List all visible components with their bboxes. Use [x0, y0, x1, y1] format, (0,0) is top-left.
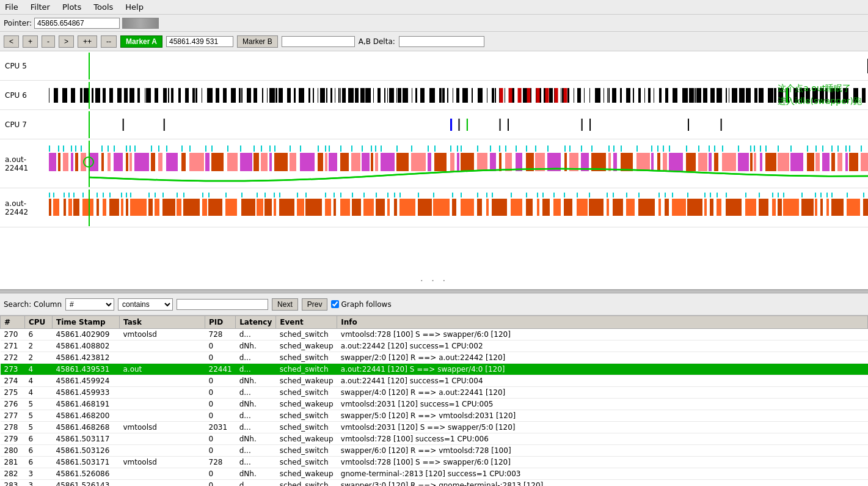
marker-b-button[interactable]: Marker B [237, 35, 278, 48]
graph-follows-label[interactable]: Graph follows [331, 300, 391, 309]
cell-lat: d... [236, 352, 276, 364]
cell-cpu: 6 [25, 329, 53, 341]
aout22441-canvas [49, 141, 868, 187]
col-header-num[interactable]: # [1, 316, 25, 329]
marker-a-input[interactable] [166, 36, 233, 47]
pointer-bar: Pointer: [0, 15, 868, 32]
table-row[interactable]: 274 4 45861.459924 0 dNh. sched_wakeup a… [1, 375, 868, 387]
table-row[interactable]: 276 5 45861.468191 0 dNh. sched_wakeup v… [1, 399, 868, 410]
pointer-label: Pointer: [4, 19, 32, 28]
cpu5-track: /* bars rendered inline below */ [49, 53, 868, 79]
col-header-pid[interactable]: PID [205, 316, 236, 329]
table-row[interactable]: 279 6 45861.503117 0 dNh. sched_wakeup v… [1, 433, 868, 445]
cell-event: sched_switch [276, 457, 337, 468]
cpu5-row: CPU 5 /* bars rendered inline below */ [0, 51, 868, 81]
nav-plus-button[interactable]: + [23, 35, 38, 48]
cell-info: vmtoolsd:728 [100] S ==> swapper/6:0 [12… [337, 457, 868, 468]
cpu6-label: CPU 6 [0, 91, 49, 100]
marker-b-input[interactable] [282, 36, 355, 47]
cpu7-label: CPU 7 [0, 120, 49, 129]
cell-ts: 45861.459933 [53, 387, 120, 399]
cpu6-row: CPU 6 [0, 81, 868, 110]
cell-ts: 45861.503126 [53, 445, 120, 457]
cell-info: swapper/2:0 [120] R ==> a.out:22442 [120… [337, 352, 868, 364]
col-header-lat[interactable]: Latency [236, 316, 276, 329]
cell-task [120, 410, 205, 422]
cell-num: 277 [1, 410, 25, 422]
cell-lat: d... [236, 329, 276, 341]
cell-num: 279 [1, 433, 25, 445]
col-header-event[interactable]: Event [276, 316, 337, 329]
cell-task: vmtoolsd [120, 422, 205, 433]
cell-ts: 45861.402909 [53, 329, 120, 341]
cell-num: 283 [1, 480, 25, 487]
cell-lat: dNh. [236, 341, 276, 352]
menu-file[interactable]: File [2, 2, 21, 12]
cpu5-svg: /* bars rendered inline below */ [49, 53, 868, 79]
filter-select[interactable]: contains equals starts with ends with [118, 298, 173, 311]
col-header-cpu[interactable]: CPU [25, 316, 53, 329]
col-header-task[interactable]: Task [120, 316, 205, 329]
nav-minusminus-button[interactable]: -- [101, 35, 117, 48]
table-row[interactable]: 278 5 45861.468268 vmtoolsd 2031 d... sc… [1, 422, 868, 433]
cell-task: vmtoolsd [120, 329, 205, 341]
table-row[interactable]: 275 4 45861.459933 0 d... sched_switch s… [1, 387, 868, 399]
cell-pid: 0 [205, 341, 236, 352]
search-prev-button[interactable]: Prev [302, 298, 328, 311]
cell-info: vmtoolsd:728 [100] S ==> swapper/6:0 [12… [337, 329, 868, 341]
cpu6-canvas [49, 82, 868, 109]
table-row[interactable]: 272 2 45861.423812 0 d... sched_switch s… [1, 352, 868, 364]
col-header-info[interactable]: Info [337, 316, 868, 329]
menu-plots[interactable]: Plots [60, 2, 84, 12]
pointer-input[interactable] [34, 18, 120, 29]
timeline-area: CPU 5 /* bars rendered inline below */ C… [0, 51, 868, 290]
table-row[interactable]: 270 6 45861.402909 vmtoolsd 728 d... sch… [1, 329, 868, 341]
cell-ts: 45861.503117 [53, 433, 120, 445]
pointer-slider[interactable] [122, 18, 159, 29]
table-row[interactable]: 280 6 45861.503126 0 d... sched_switch s… [1, 445, 868, 457]
cell-cpu: 5 [25, 422, 53, 433]
table-row[interactable]: 277 5 45861.468200 0 d... sched_switch s… [1, 410, 868, 422]
col-header-ts[interactable]: Time Stamp [53, 316, 120, 329]
cell-pid: 0 [205, 352, 236, 364]
cell-event: sched_switch [276, 422, 337, 433]
marker-a-button[interactable]: Marker A [120, 35, 162, 48]
cell-ts: 45861.526086 [53, 468, 120, 480]
annotation-line2: 进入idle(swapper)跑 [778, 95, 862, 108]
table-row[interactable]: 281 6 45861.503171 vmtoolsd 728 d... sch… [1, 457, 868, 468]
cell-cpu: 6 [25, 433, 53, 445]
cell-pid: 0 [205, 468, 236, 480]
table-row[interactable]: 283 3 45861.526143 0 d... sched_switch s… [1, 480, 868, 487]
cpu7-canvas [49, 111, 868, 138]
delta-input[interactable] [399, 36, 484, 47]
cell-pid: 728 [205, 457, 236, 468]
cell-lat: d... [236, 445, 276, 457]
table-row[interactable]: 271 2 45861.408802 0 dNh. sched_wakeup a… [1, 341, 868, 352]
table-container[interactable]: # CPU Time Stamp Task PID Latency Event … [0, 315, 868, 486]
cell-task [120, 433, 205, 445]
menu-tools[interactable]: Tools [91, 2, 115, 12]
cell-info: vmtoolsd:728 [100] success=1 CPU:006 [337, 433, 868, 445]
menu-help[interactable]: Help [123, 2, 146, 12]
cell-lat: dNh. [236, 433, 276, 445]
nav-plusplus-button[interactable]: ++ [78, 35, 97, 48]
search-next-button[interactable]: Next [272, 298, 298, 311]
aout22442-canvas [49, 190, 868, 226]
menu-filter[interactable]: Filter [28, 2, 53, 12]
table-row[interactable]: 282 3 45861.526086 0 dNh. sched_wakeup g… [1, 468, 868, 480]
cell-task [120, 480, 205, 487]
graph-follows-checkbox[interactable] [331, 300, 339, 308]
nav-prev-button[interactable]: < [4, 35, 19, 48]
cpu5-label: CPU 5 [0, 62, 49, 70]
cell-lat: d... [236, 480, 276, 487]
delta-label: A,B Delta: [359, 37, 395, 46]
cell-info: swapper/5:0 [120] R ==> vmtoolsd:2031 [1… [337, 410, 868, 422]
nav-minus-button[interactable]: - [42, 35, 55, 48]
nav-next-button[interactable]: > [59, 35, 74, 48]
cell-cpu: 6 [25, 457, 53, 468]
column-select[interactable]: # CPU Time Stamp Task PID Latency Event … [65, 298, 114, 311]
table-row[interactable]: 273 4 45861.439531 a.out 22441 d... sche… [1, 364, 868, 375]
cell-num: 278 [1, 422, 25, 433]
cell-pid: 0 [205, 480, 236, 487]
search-input[interactable] [177, 299, 268, 310]
